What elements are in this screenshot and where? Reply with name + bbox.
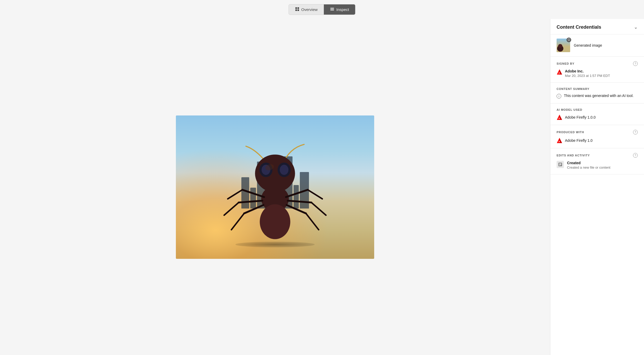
summary-row: i This content was generated with an AI … — [557, 94, 638, 99]
svg-text:A: A — [558, 72, 560, 74]
panel-header: Content Credentials ⌄ — [550, 19, 644, 34]
signed-by-title: SIGNED BY — [557, 62, 574, 65]
tab-inspect-label: Inspect — [336, 7, 349, 12]
generated-image-row: ⓘ Generated image — [550, 34, 644, 57]
info-circle-icon: i — [557, 94, 561, 99]
produced-with-header: PRODUCED WITH ? — [557, 130, 638, 134]
tab-overview-label: Overview — [301, 7, 318, 12]
produced-with-help-icon[interactable]: ? — [633, 130, 638, 134]
edits-activity-help-icon[interactable]: ? — [633, 153, 638, 158]
tab-group: Overview Inspect — [289, 4, 356, 15]
created-icon — [558, 162, 562, 167]
svg-rect-2 — [295, 9, 297, 11]
summary-text: This content was generated with an AI to… — [564, 94, 634, 98]
content-summary-title: CONTENT SUMMARY — [557, 87, 589, 90]
image-container — [176, 115, 374, 259]
produced-with-adobe-icon: A — [557, 138, 562, 143]
svg-rect-42 — [559, 165, 560, 166]
main-image — [176, 115, 374, 259]
svg-text:A: A — [558, 140, 560, 143]
ant-shadow — [235, 242, 315, 247]
signed-by-header: SIGNED BY ? — [557, 61, 638, 66]
svg-rect-1 — [297, 7, 299, 9]
svg-line-19 — [231, 213, 244, 230]
activity-info: Created Created a new file or content — [567, 161, 610, 169]
svg-point-11 — [280, 165, 288, 175]
svg-text:A: A — [558, 117, 560, 120]
svg-rect-6 — [330, 10, 334, 10]
panel-title: Content Credentials — [557, 25, 601, 30]
content-summary-header: CONTENT SUMMARY — [557, 87, 638, 90]
svg-line-20 — [286, 190, 308, 197]
edits-activity-title: EDITS AND ACTIVITY — [557, 154, 590, 157]
left-area — [0, 19, 550, 355]
activity-title-text: Created — [567, 161, 610, 165]
inspect-icon — [330, 7, 334, 12]
section-content-summary: CONTENT SUMMARY i This content was gener… — [550, 83, 644, 103]
section-ai-model: AI MODEL USED A Adobe Firefly 1.0.0 — [550, 103, 644, 125]
ant-svg — [220, 143, 330, 244]
signer-name: Adobe Inc. — [565, 69, 610, 73]
svg-rect-40 — [559, 163, 561, 164]
chevron-down-icon[interactable]: ⌄ — [634, 24, 638, 30]
svg-line-22 — [288, 201, 312, 203]
overview-icon — [295, 7, 299, 12]
svg-line-18 — [244, 205, 264, 213]
svg-line-16 — [239, 201, 263, 203]
activity-row: Created Created a new file or content — [557, 161, 638, 169]
produced-with-row: A Adobe Firefly 1.0 — [557, 138, 638, 143]
svg-line-14 — [242, 190, 264, 197]
svg-rect-5 — [330, 9, 334, 9]
edits-activity-header: EDITS AND ACTIVITY ? — [557, 153, 638, 158]
activity-desc-text: Created a new file or content — [567, 166, 610, 169]
svg-line-15 — [228, 190, 242, 199]
model-row: A Adobe Firefly 1.0.0 — [557, 114, 638, 120]
tab-inspect[interactable]: Inspect — [324, 4, 355, 15]
svg-line-17 — [224, 203, 239, 215]
thumbnail-wrapper: ⓘ — [557, 39, 570, 52]
section-produced-with: PRODUCED WITH ? A Adobe Firefly 1.0 — [550, 125, 644, 148]
svg-point-13 — [260, 204, 290, 239]
generated-image-label: Generated image — [574, 43, 602, 47]
svg-rect-3 — [297, 9, 299, 11]
top-bar: Overview Inspect — [0, 0, 644, 19]
svg-point-29 — [558, 44, 562, 48]
svg-rect-4 — [330, 8, 334, 8]
right-panel: Content Credentials ⌄ — [550, 19, 644, 355]
ai-model-header: AI MODEL USED — [557, 108, 638, 111]
svg-line-25 — [306, 213, 319, 230]
svg-line-21 — [308, 190, 322, 199]
signer-info: Adobe Inc. Mar 20, 2023 at 1:57 PM EDT — [565, 69, 610, 78]
main-layout: Content Credentials ⌄ — [0, 19, 644, 355]
ai-model-name: Adobe Firefly 1.0.0 — [565, 115, 596, 119]
thumbnail-badge: ⓘ — [567, 38, 571, 42]
section-signed-by: SIGNED BY ? A Adobe Inc. Mar 20, 2023 at… — [550, 57, 644, 83]
signer-row: A Adobe Inc. Mar 20, 2023 at 1:57 PM EDT — [557, 69, 638, 78]
signer-date: Mar 20, 2023 at 1:57 PM EDT — [565, 74, 610, 78]
svg-rect-41 — [559, 164, 561, 165]
svg-line-23 — [311, 203, 326, 215]
svg-line-24 — [287, 205, 306, 213]
produced-with-title: PRODUCED WITH — [557, 131, 584, 134]
section-edits-activity: EDITS AND ACTIVITY ? Created Created a n… — [550, 148, 644, 174]
adobe-logo-icon: A — [557, 69, 562, 75]
produced-with-name: Adobe Firefly 1.0 — [565, 138, 593, 143]
svg-rect-0 — [295, 7, 297, 9]
ai-model-adobe-icon: A — [557, 114, 562, 120]
ai-model-title: AI MODEL USED — [557, 108, 582, 111]
tab-overview[interactable]: Overview — [289, 4, 324, 15]
activity-icon-box — [557, 161, 564, 168]
signed-by-help-icon[interactable]: ? — [633, 61, 638, 66]
